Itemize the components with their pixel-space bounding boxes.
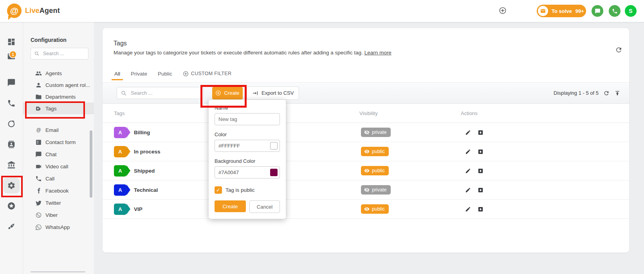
refresh-icon[interactable] (615, 46, 622, 54)
color-swatch[interactable] (270, 142, 278, 150)
config-item-label: Video call (45, 164, 68, 169)
archive-icon[interactable] (478, 187, 483, 193)
tag-badge: A (114, 204, 126, 215)
tag-name-input[interactable] (215, 113, 280, 125)
column-visibility: Visibility (359, 110, 461, 116)
table-row: AShippedpublic (103, 161, 629, 180)
chat-icon (595, 8, 601, 14)
config-item-whatsapp[interactable]: WhatsApp (23, 221, 94, 233)
to-solve-button[interactable]: To solve 99+ (537, 5, 586, 17)
export-to-csv-button[interactable]: Export to CSV (247, 87, 299, 100)
config-item-label: Email (45, 127, 59, 133)
config-item-twitter[interactable]: Twitter (23, 197, 94, 209)
visibility-badge-private: private (361, 128, 391, 137)
config-item-tags[interactable]: Tags (23, 103, 94, 114)
config-horizontal-scrollbar[interactable] (31, 271, 85, 272)
config-item-agents[interactable]: Agents (23, 67, 94, 79)
config-item-custom-agent-rol[interactable]: Custom agent rol... (23, 79, 94, 91)
configuration-panel: Configuration AgentsCustom agent rol...D… (23, 22, 94, 274)
background-field-wrap (215, 166, 280, 178)
visibility-label: public (372, 168, 385, 173)
email-icon: 1 (7, 52, 16, 61)
config-search-input[interactable] (42, 50, 85, 57)
config-item-label: WhatsApp (45, 224, 70, 230)
rail-item-getting-started[interactable] (3, 219, 20, 234)
tab-custom-filter[interactable]: CUSTOM FILTER (183, 71, 231, 77)
visibility-label: public (372, 206, 385, 212)
config-scrollbar[interactable] (90, 130, 92, 198)
envelope-icon (540, 8, 546, 14)
rail-item-chats[interactable] (3, 75, 20, 90)
archive-icon[interactable] (478, 206, 483, 212)
tag-badge-arrow (126, 184, 130, 195)
learn-more-link[interactable]: Learn more (364, 50, 391, 56)
search-icon (34, 51, 40, 56)
person-icon (35, 82, 42, 88)
rail-item-contacts[interactable] (3, 137, 20, 152)
config-item-video-call[interactable]: Video call (23, 160, 94, 173)
edit-icon[interactable] (465, 187, 471, 193)
rail-item-settings[interactable] (3, 178, 20, 193)
config-item-label: Viber (45, 212, 58, 218)
avatar[interactable]: S (625, 5, 637, 17)
visibility-badge-private: private (361, 185, 391, 195)
config-item-email[interactable]: @Email (23, 124, 94, 136)
config-item-viber[interactable]: Viber (23, 209, 94, 221)
edit-icon[interactable] (465, 149, 471, 155)
archive-icon[interactable] (478, 168, 483, 174)
rail-item-calls[interactable] (3, 96, 20, 111)
tab-private[interactable]: Private (131, 71, 147, 77)
visibility-tabs: All Private Public CUSTOM FILTER (114, 69, 231, 78)
chat-status-button[interactable] (592, 5, 603, 17)
edit-icon[interactable] (465, 168, 471, 174)
tag-badge: A (114, 184, 126, 196)
table-search-box (117, 87, 204, 99)
rail-item-company[interactable] (3, 157, 20, 173)
rail-item-tickets[interactable]: 1 (3, 49, 20, 64)
config-item-label: Contact form (45, 139, 76, 145)
config-item-label: Departments (45, 94, 76, 100)
tag-badge: A (114, 165, 126, 177)
color-label: Color (215, 132, 280, 137)
rail-item-dashboard[interactable] (3, 34, 20, 50)
tab-public[interactable]: Public (158, 71, 172, 77)
create-button[interactable]: Create (212, 87, 243, 99)
tag-is-public-row[interactable]: ✓ Tag is public (215, 186, 280, 194)
background-color-swatch[interactable] (270, 169, 278, 176)
people-icon (35, 70, 42, 77)
name-label: Name (215, 105, 280, 111)
unread-badge: 1 (9, 50, 17, 58)
table-header: Tags Visibility Actions (103, 104, 629, 123)
popup-cancel-button[interactable]: Cancel (249, 200, 280, 213)
table-search-input[interactable] (130, 90, 200, 96)
tag-name: In process (134, 149, 161, 155)
video-icon (35, 163, 42, 170)
edit-icon[interactable] (465, 130, 471, 135)
gear-icon (7, 181, 16, 190)
config-item-departments[interactable]: Departments (23, 91, 94, 103)
liveagent-logo[interactable]: @ LiveAgent (7, 4, 60, 18)
scroll-to-top-icon[interactable] (614, 90, 621, 96)
table-row: ABillingprivate (103, 123, 629, 142)
edit-icon[interactable] (465, 206, 471, 212)
checkbox-label: Tag is public (225, 187, 254, 193)
tag-badge-arrow (126, 127, 130, 138)
config-item-call[interactable]: Call (23, 173, 94, 185)
refresh-icon[interactable] (603, 90, 610, 96)
add-new-icon[interactable] (499, 7, 507, 14)
tag-badge: A (114, 146, 126, 157)
twitter-icon (35, 200, 42, 206)
rail-item-favorites[interactable] (3, 198, 20, 214)
checkbox-checked-icon[interactable]: ✓ (215, 186, 222, 194)
rail-item-history[interactable] (3, 116, 20, 132)
config-item-contact-form[interactable]: Contact form (23, 136, 94, 148)
call-status-button[interactable] (609, 5, 621, 17)
config-item-facebook[interactable]: Facebook (23, 185, 94, 197)
archive-icon[interactable] (478, 149, 483, 155)
tab-all[interactable]: All (114, 71, 120, 77)
eye-off-icon (364, 130, 370, 135)
config-item-chat[interactable]: Chat (23, 148, 94, 160)
popup-create-button[interactable]: Create (215, 200, 246, 212)
archive-icon[interactable] (478, 130, 483, 135)
plus-circle-icon (183, 71, 189, 77)
